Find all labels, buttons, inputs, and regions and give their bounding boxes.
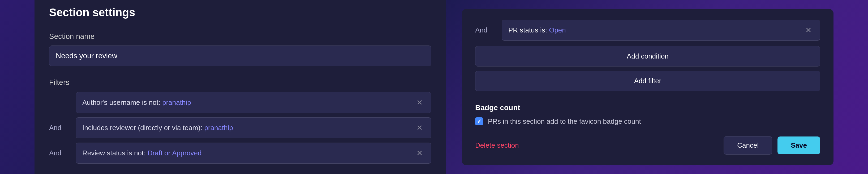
- filter-row-3: And Review status is not: Draft or Appro…: [49, 143, 431, 164]
- filter-text-1: Author's username is not: pranathip: [82, 98, 191, 107]
- badge-checkbox-label: PRs in this section add to the favicon b…: [488, 117, 641, 126]
- filter-connector-2: And: [49, 124, 70, 132]
- cancel-button[interactable]: Cancel: [723, 136, 772, 155]
- filter-row-1: Author's username is not: pranathip ✕: [49, 92, 431, 113]
- panel-title: Section settings: [49, 6, 431, 19]
- condition-text-1: PR status is: Open: [508, 26, 566, 34]
- filter-text-3: Review status is not: Draft or Approved: [82, 149, 202, 157]
- remove-filter-1-button[interactable]: ✕: [414, 97, 425, 108]
- add-condition-button[interactable]: Add condition: [475, 46, 820, 67]
- condition-pill-1[interactable]: PR status is: Open ✕: [502, 20, 820, 41]
- filter-pill-1[interactable]: Author's username is not: pranathip ✕: [76, 92, 431, 113]
- section-name-input[interactable]: [49, 46, 431, 66]
- remove-filter-2-button[interactable]: ✕: [414, 122, 425, 133]
- badge-count-title: Badge count: [475, 103, 820, 112]
- add-filter-button[interactable]: Add filter: [475, 71, 820, 91]
- section-settings-panel: Section settings Section name Filters Au…: [34, 0, 446, 174]
- condition-row-1: And PR status is: Open ✕: [475, 20, 820, 41]
- filter-pill-2[interactable]: Includes reviewer (directly or via team)…: [76, 117, 431, 138]
- badge-count-section: Badge count PRs in this section add to t…: [475, 103, 820, 126]
- remove-filter-3-button[interactable]: ✕: [414, 148, 425, 158]
- filter-connector-3: And: [49, 149, 70, 157]
- badge-checkbox-row[interactable]: PRs in this section add to the favicon b…: [475, 117, 820, 126]
- filters-group: Filters Author's username is not: pranat…: [49, 78, 431, 164]
- remove-condition-1-button[interactable]: ✕: [803, 25, 814, 36]
- filter-text-2: Includes reviewer (directly or via team)…: [82, 124, 233, 132]
- filters-label: Filters: [49, 78, 431, 87]
- save-button[interactable]: Save: [777, 136, 820, 154]
- filter-row-2: And Includes reviewer (directly or via t…: [49, 117, 431, 138]
- conditions-panel: And PR status is: Open ✕ Add condition A…: [462, 9, 834, 165]
- section-name-label: Section name: [49, 32, 431, 41]
- delete-section-button[interactable]: Delete section: [475, 138, 519, 153]
- badge-checkbox[interactable]: [475, 117, 483, 125]
- condition-connector-1: And: [475, 26, 496, 34]
- filter-pill-3[interactable]: Review status is not: Draft or Approved …: [76, 143, 431, 164]
- action-buttons-row: Delete section Cancel Save: [475, 136, 820, 155]
- section-name-group: Section name: [49, 32, 431, 78]
